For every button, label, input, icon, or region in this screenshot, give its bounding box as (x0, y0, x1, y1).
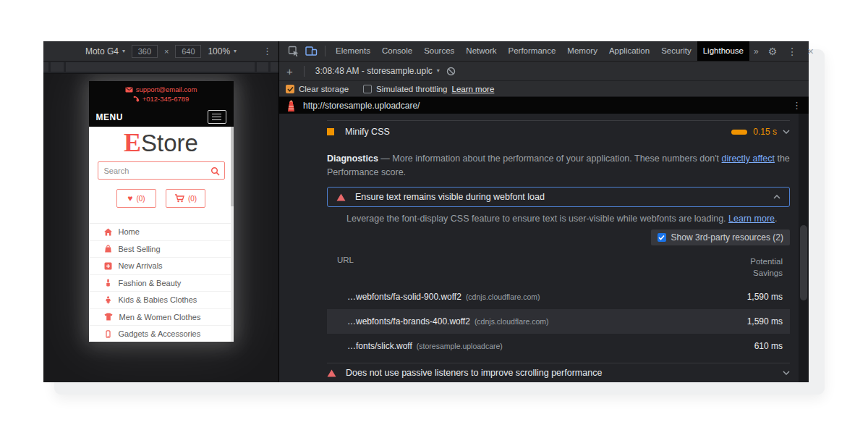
directly-affect-link[interactable]: directly affect (722, 153, 775, 164)
nav-item-fashion-beauty[interactable]: Fashion & Beauty (89, 275, 234, 292)
store-logo[interactable]: EStore (89, 129, 234, 157)
chevron-up-icon[interactable] (773, 195, 780, 199)
lighthouse-report: Minify CSS 0.15 s Diagnostics — More inf… (279, 114, 809, 382)
third-party-checkbox[interactable] (658, 233, 666, 242)
clear-storage-checkbox[interactable] (286, 85, 294, 93)
audit-minify-css[interactable]: Minify CSS 0.15 s (327, 120, 790, 143)
tab-sources[interactable]: Sources (418, 41, 460, 61)
media-query-ruler (43, 62, 278, 74)
home-icon (104, 228, 112, 236)
simulated-throttling-label: Simulated throttling (376, 85, 447, 93)
devtools-menu-icon[interactable]: ⋮ (782, 46, 802, 56)
report-scrollbar[interactable] (799, 114, 809, 382)
device-toolbar-toggle-icon[interactable] (305, 46, 318, 56)
beauty-icon (104, 279, 112, 287)
nav-item-best-selling[interactable]: Best Selling (89, 241, 234, 258)
report-url: http://storesample.uploadcare/ (303, 101, 420, 111)
inspect-element-icon[interactable] (288, 46, 299, 57)
audit-webfont-header[interactable]: Ensure text remains visible during webfo… (327, 187, 790, 207)
tab-performance[interactable]: Performance (503, 41, 562, 61)
nav-item-label: Home (119, 227, 140, 236)
chevron-down-icon: ▾ (437, 68, 440, 74)
chevron-down-icon[interactable] (783, 130, 790, 134)
hamburger-menu-icon[interactable] (208, 110, 226, 124)
store-menu-bar: MENU (89, 107, 234, 127)
resource-savings: 1,590 ms (747, 292, 783, 302)
ruler-segment (66, 62, 255, 72)
tshirt-icon (104, 313, 113, 321)
device-toolbar-menu-icon[interactable]: ⋮ (263, 46, 272, 56)
contact-email[interactable]: support@email.com (125, 85, 197, 93)
resource-url: …webfonts/fa-solid-900.woff2 (347, 292, 461, 302)
tab-security[interactable]: Security (655, 41, 697, 61)
report-scrollbar-thumb[interactable] (800, 225, 807, 300)
audit-webfont-description: Leverage the font-display CSS feature to… (346, 214, 790, 224)
shopping-bag-icon (104, 245, 112, 253)
description-text: Leverage the font-display CSS feature to… (346, 214, 726, 224)
nav-item-home[interactable]: Home (89, 224, 234, 241)
third-party-chip: Show 3rd-party resources (2) (651, 229, 790, 245)
nav-item-gadgets[interactable]: Gadgets & Accessories (89, 326, 234, 342)
height-input[interactable] (175, 45, 201, 58)
simulated-throttling-checkbox[interactable] (363, 85, 372, 93)
chevron-down-icon: ▾ (234, 49, 237, 54)
phone-scrollbar[interactable] (231, 127, 234, 342)
column-savings-line2: Savings (753, 269, 783, 277)
device-toolbar: Moto G4 ▾ × 100% ▾ ⋮ (43, 41, 278, 62)
devtools-tab-bar: Elements Console Sources Network Perform… (279, 41, 809, 62)
description-suffix: . (775, 214, 777, 224)
tab-memory[interactable]: Memory (561, 41, 603, 61)
report-content: Minify CSS 0.15 s Diagnostics — More inf… (327, 114, 790, 382)
close-icon[interactable]: × (802, 46, 819, 56)
resource-host: (storesample.uploadcare) (417, 342, 503, 350)
search-input[interactable] (98, 161, 225, 180)
report-menu-icon[interactable]: ⋮ (792, 101, 801, 110)
diagnostics-separator: — (380, 153, 390, 164)
lighthouse-run-bar: + 3:08:48 AM - storesample.uplc ▾ (279, 62, 809, 81)
store-contact-bar: support@email.com +012-345-6789 (89, 81, 234, 107)
cart-button[interactable]: (0) (166, 189, 205, 208)
tab-lighthouse[interactable]: Lighthouse (697, 41, 749, 61)
audit-value-group: 0.15 s (731, 127, 790, 137)
heart-icon: ♥ (127, 194, 132, 203)
resource-url: …webfonts/fa-brands-400.woff2 (347, 316, 470, 327)
ruler-segment (51, 62, 64, 72)
zoom-select[interactable]: 100% ▾ (208, 46, 237, 56)
report-select[interactable]: 3:08:48 AM - storesample.uplc ▾ (315, 66, 440, 76)
nav-item-new-arrivals[interactable]: New Arrivals (89, 258, 234, 275)
zoom-select-label: 100% (208, 46, 230, 56)
width-input[interactable] (132, 45, 158, 58)
gear-icon[interactable]: ⚙ (763, 46, 783, 56)
tab-application[interactable]: Application (603, 41, 655, 61)
nav-item-label: Men & Women Clothes (119, 313, 201, 321)
device-select[interactable]: Moto G4 ▾ (85, 46, 125, 56)
nav-item-label: Gadgets & Accessories (119, 329, 201, 338)
column-url: URL (337, 256, 354, 264)
learn-more-link[interactable]: Learn more (728, 214, 775, 224)
third-party-row: Show 3rd-party resources (2) (327, 229, 790, 245)
devtools-pane: Elements Console Sources Network Perform… (278, 41, 809, 382)
new-run-icon[interactable]: + (286, 66, 293, 77)
search-icon[interactable] (210, 166, 220, 179)
tab-console[interactable]: Console (376, 41, 418, 61)
warning-triangle-icon (327, 369, 336, 377)
more-tabs-icon[interactable]: » (749, 46, 763, 56)
contact-phone[interactable]: +012-345-6789 (133, 95, 190, 103)
tab-network[interactable]: Network (460, 41, 502, 61)
tab-elements[interactable]: Elements (330, 41, 376, 61)
orange-square-icon (327, 128, 334, 135)
nav-item-men-women[interactable]: Men & Women Clothes (89, 309, 234, 327)
report-select-label: 3:08:48 AM - storesample.uplc (315, 66, 433, 76)
wishlist-button[interactable]: ♥ (0) (116, 189, 156, 208)
phone-scrollbar-thumb[interactable] (231, 127, 234, 206)
audit-passive-listeners[interactable]: Does not use passive listeners to improv… (327, 363, 790, 382)
nav-item-label: Fashion & Beauty (119, 279, 182, 287)
diagnostics-heading: Diagnostics (327, 153, 378, 164)
menu-label: MENU (96, 112, 123, 122)
plus-square-icon (104, 262, 112, 270)
clear-reports-icon[interactable] (446, 67, 456, 76)
chevron-down-icon[interactable] (783, 371, 790, 375)
learn-more-link[interactable]: Learn more (452, 85, 495, 93)
page-canvas: Moto G4 ▾ × 100% ▾ ⋮ (0, 0, 868, 438)
nav-item-kids-babies[interactable]: Kids & Babies Clothes (89, 292, 234, 309)
